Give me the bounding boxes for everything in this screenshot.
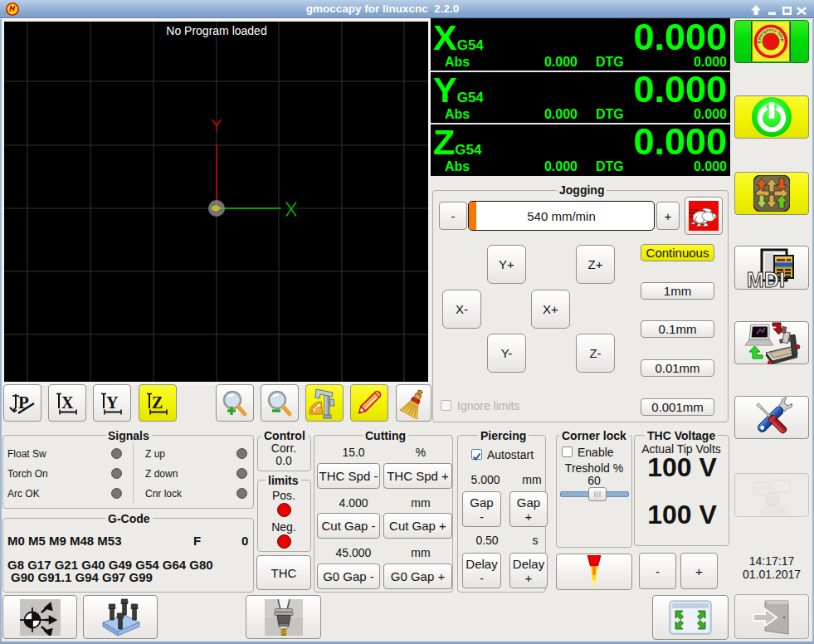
svg-text:No Program loaded: No Program loaded: [166, 24, 266, 37]
svg-text:X: X: [61, 393, 74, 412]
svg-text:Z: Z: [152, 393, 163, 412]
svg-text:MDI: MDI: [747, 268, 785, 289]
svg-text:Y: Y: [106, 393, 119, 412]
